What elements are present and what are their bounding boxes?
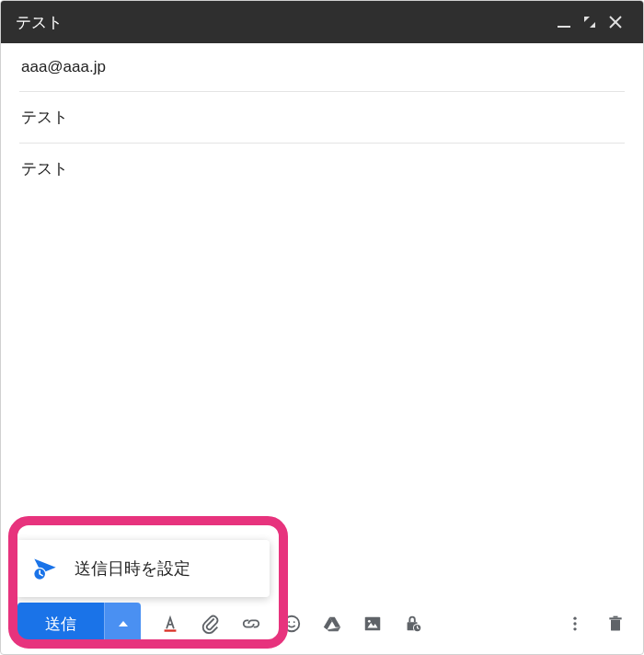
header-fields: aaa@aaa.jp テスト xyxy=(1,43,643,144)
svg-point-23 xyxy=(573,627,576,630)
fullscreen-button[interactable] xyxy=(577,9,603,35)
link-icon xyxy=(241,614,261,634)
attach-button[interactable] xyxy=(200,613,222,635)
svg-marker-7 xyxy=(119,621,128,626)
svg-point-11 xyxy=(293,621,295,623)
insert-drive-button[interactable] xyxy=(321,613,343,635)
confidential-mode-button[interactable] xyxy=(402,613,424,635)
svg-rect-15 xyxy=(365,617,381,631)
close-button[interactable] xyxy=(603,9,628,35)
close-icon xyxy=(608,15,623,29)
compose-toolbar: 送信 xyxy=(1,593,643,654)
svg-point-21 xyxy=(573,617,576,620)
lock-clock-icon xyxy=(403,614,423,634)
svg-point-10 xyxy=(288,621,290,623)
svg-point-9 xyxy=(284,616,300,632)
formatting-button[interactable] xyxy=(159,613,181,635)
send-button-group: 送信 xyxy=(17,603,141,645)
insert-link-button[interactable] xyxy=(240,613,262,635)
text-format-icon xyxy=(160,614,180,634)
svg-rect-0 xyxy=(558,26,570,28)
triangle-up-icon xyxy=(118,618,129,629)
insert-photo-button[interactable] xyxy=(362,613,384,635)
window-title: テスト xyxy=(16,12,551,33)
svg-point-22 xyxy=(573,622,576,625)
send-button[interactable]: 送信 xyxy=(17,603,104,645)
compose-window: テスト aaa@aaa.jp テスト テスト 送信日時を設定 送信 xyxy=(0,0,644,655)
more-vertical-icon xyxy=(566,615,584,633)
minimize-icon xyxy=(557,15,571,29)
minimize-button[interactable] xyxy=(551,9,577,35)
expand-icon xyxy=(582,15,597,29)
svg-rect-8 xyxy=(165,629,177,631)
schedule-send-icon xyxy=(32,556,58,581)
svg-marker-1 xyxy=(584,17,590,22)
svg-rect-24 xyxy=(609,617,621,619)
insert-emoji-button[interactable] xyxy=(281,613,303,635)
discard-draft-button[interactable] xyxy=(604,613,627,635)
send-options-button[interactable] xyxy=(104,603,141,645)
svg-marker-14 xyxy=(328,627,341,632)
trash-icon xyxy=(606,615,625,633)
titlebar: テスト xyxy=(1,1,643,43)
subject-field[interactable]: テスト xyxy=(19,92,625,144)
schedule-send-option[interactable]: 送信日時を設定 xyxy=(16,540,270,597)
schedule-send-label: 送信日時を設定 xyxy=(75,557,190,580)
recipient-field[interactable]: aaa@aaa.jp xyxy=(19,43,625,92)
image-icon xyxy=(362,614,383,634)
paperclip-icon xyxy=(201,614,221,634)
drive-icon xyxy=(322,614,342,634)
svg-marker-2 xyxy=(590,22,595,28)
message-body[interactable]: テスト xyxy=(1,144,643,593)
svg-rect-25 xyxy=(614,616,618,618)
svg-point-17 xyxy=(368,620,371,623)
more-options-button[interactable] xyxy=(564,613,586,635)
emoji-icon xyxy=(282,614,302,634)
